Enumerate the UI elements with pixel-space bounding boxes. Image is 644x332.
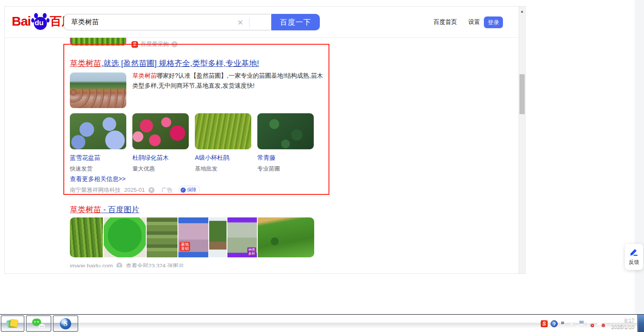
scrollbar-up-arrow-icon[interactable]: ▲: [519, 8, 525, 14]
taskbar-notes-app-button[interactable]: [1, 316, 24, 332]
ad-description-rest: 哪家好?认准【盈然苗圃】,一家专业的苗圃基地!结构成熟,苗木类型多样,无中间商环…: [132, 72, 323, 89]
image-thumbnail-strip[interactable]: 基地直销 种类多样: [70, 217, 314, 257]
ad-date: 2025-01: [124, 187, 145, 193]
image-thumbnail[interactable]: [209, 217, 227, 257]
chevron-down-icon[interactable]: ▼: [171, 41, 177, 47]
ad-main-thumbnail[interactable]: [70, 72, 126, 108]
image-thumbnail[interactable]: [70, 217, 103, 257]
feedback-button[interactable]: 反馈: [625, 244, 643, 270]
browser-content-panel: Bai du 百度 草类树苗 ✕ 百度一下 百度首页 设置 登录: [4, 6, 526, 274]
ad-description-keyword: 草类树苗: [132, 72, 157, 79]
image-thumbnail[interactable]: [104, 217, 146, 257]
ad-description: 草类树苗哪家好?认准【盈然苗圃】,一家专业的苗圃基地!结构成熟,苗木类型多样,无…: [132, 71, 327, 91]
ad-title-rest: ,就选 [盈然苗圃] 规格齐全,类型多样,专业基地!: [101, 59, 259, 68]
product-subtitle: 快速发货: [70, 165, 126, 173]
ad-product-cards: 蓝雪花盆苗 快速发货 杜鹃绿化苗木 量大优惠 A级小杯杜鹃 基地批发 常青藤 专…: [70, 113, 314, 173]
guarantee-badge-label: 保障: [187, 187, 197, 193]
product-subtitle: 量大优惠: [132, 165, 189, 173]
image-thumbnail[interactable]: 基地直销: [178, 217, 208, 257]
product-title-link[interactable]: 常青藤: [257, 154, 314, 162]
images-title-keyword: 草类树苗: [70, 205, 101, 214]
check-icon: ✓: [181, 187, 186, 193]
clock-date: 2025/1/10: [611, 324, 634, 330]
windows-taskbar: S S ? ▼ ▲ ✕ ⃠ 9:17 2025/1/10: [0, 314, 644, 332]
guarantee-badge: ✓ 保障: [179, 186, 200, 194]
feedback-label: 反馈: [629, 259, 639, 266]
product-card[interactable]: 常青藤 专业苗圃: [257, 113, 314, 173]
ad-label: 广告: [161, 186, 173, 194]
search-results: 采 百度爱采购 ▼ 草类树苗,就选 [盈然苗圃] 规格齐全,类型多样,专业基地!…: [5, 38, 519, 273]
search-button[interactable]: 百度一下: [271, 14, 320, 30]
previous-result-thumbnail[interactable]: [70, 38, 126, 46]
show-desktop-button[interactable]: [637, 315, 644, 332]
action-center-flag-icon[interactable]: ✕: [587, 320, 594, 327]
product-image[interactable]: [195, 113, 251, 149]
page-scrollbar[interactable]: ▲: [519, 7, 525, 273]
language-bar-icon[interactable]: ▼: [561, 320, 567, 328]
logo-du-text: du: [35, 19, 44, 27]
ad-source-row: 南宁聚雅祥网络科技 2025-01 ▼ 广告 ✓ 保障: [70, 186, 200, 194]
product-title-link[interactable]: A级小杯杜鹃: [195, 154, 251, 162]
nav-settings[interactable]: 设置: [468, 18, 480, 26]
product-card[interactable]: 蓝雪花盆苗 快速发货: [70, 113, 126, 173]
help-tray-icon[interactable]: ?: [551, 320, 558, 327]
product-card[interactable]: A级小杯杜鹃 基地批发: [195, 113, 251, 173]
search-input[interactable]: 草类树苗 ✕: [64, 14, 270, 30]
baidu-images-title-link[interactable]: 草类树苗 - 百度图片: [70, 204, 139, 215]
view-all-images-link[interactable]: 查看全部23,324 张图片: [126, 263, 184, 267]
images-title-rest: - 百度图片: [101, 205, 139, 214]
product-title-link[interactable]: 杜鹃绿化苗木: [132, 154, 189, 162]
image-thumbnail[interactable]: [147, 217, 177, 257]
sticky-notes-icon: [7, 319, 18, 329]
nav-baidu-home[interactable]: 百度首页: [434, 18, 457, 26]
clear-search-icon[interactable]: ✕: [237, 18, 243, 27]
sogou-input-tray-icon[interactable]: S: [541, 320, 548, 327]
wechat-icon: [32, 319, 45, 329]
product-image[interactable]: [132, 113, 189, 149]
taskbar-sogou-browser-button[interactable]: S: [53, 316, 78, 332]
aicaigou-icon: 采: [131, 41, 138, 48]
logo-bai-text: Bai: [12, 14, 31, 29]
network-tray-icon[interactable]: [576, 320, 584, 327]
search-divider: [249, 18, 250, 27]
product-subtitle: 专业苗圃: [257, 165, 314, 173]
product-image[interactable]: [70, 113, 126, 149]
see-more-link[interactable]: 查看更多相关信息>>: [70, 175, 125, 183]
product-card[interactable]: 杜鹃绿化苗木 量大优惠: [132, 113, 189, 173]
image-thumbnail[interactable]: [258, 217, 314, 257]
image-thumbnail[interactable]: 种类多样: [227, 217, 257, 257]
scrollbar-thumb[interactable]: [519, 74, 525, 114]
baidu-paw-icon: du: [31, 12, 49, 31]
images-result-footer: image.baidu.com ▼ 查看全部23,324 张图片: [70, 263, 184, 267]
ad-result-title-link[interactable]: 草类树苗,就选 [盈然苗圃] 规格齐全,类型多样,专业基地!: [70, 58, 259, 69]
login-button[interactable]: 登录: [484, 16, 503, 28]
volume-muted-icon[interactable]: ⃠: [597, 320, 605, 327]
previous-result-source: 百度爱采购: [141, 40, 169, 48]
ad-title-keyword: 草类树苗: [70, 59, 101, 68]
chevron-down-icon[interactable]: ▼: [148, 187, 154, 193]
product-subtitle: 基地批发: [195, 165, 251, 173]
product-image[interactable]: [257, 113, 314, 149]
show-hidden-icons-arrow[interactable]: ▲: [570, 322, 573, 325]
variety-badge: 种类多样: [247, 247, 256, 256]
baidu-header: Bai du 百度 草类树苗 ✕ 百度一下 百度首页 设置 登录: [5, 7, 519, 38]
system-tray: S ? ▼ ▲ ✕ ⃠: [541, 315, 605, 332]
images-site: image.baidu.com: [70, 263, 113, 267]
clock-time: 9:17: [624, 317, 634, 324]
taskbar-clock[interactable]: 9:17 2025/1/10: [611, 315, 634, 332]
pencil-icon: [629, 248, 639, 256]
direct-sale-badge: 基地直销: [180, 242, 190, 251]
previous-result-source-row: 采 百度爱采购 ▼: [131, 40, 177, 48]
product-title-link[interactable]: 蓝雪花盆苗: [70, 154, 126, 162]
header-nav: 百度首页 设置: [434, 7, 480, 38]
sogou-browser-icon: S: [60, 318, 71, 329]
advertiser-name: 南宁聚雅祥网络科技: [70, 186, 121, 194]
chevron-down-icon[interactable]: ▼: [116, 263, 122, 267]
taskbar-wechat-button[interactable]: [26, 316, 51, 332]
